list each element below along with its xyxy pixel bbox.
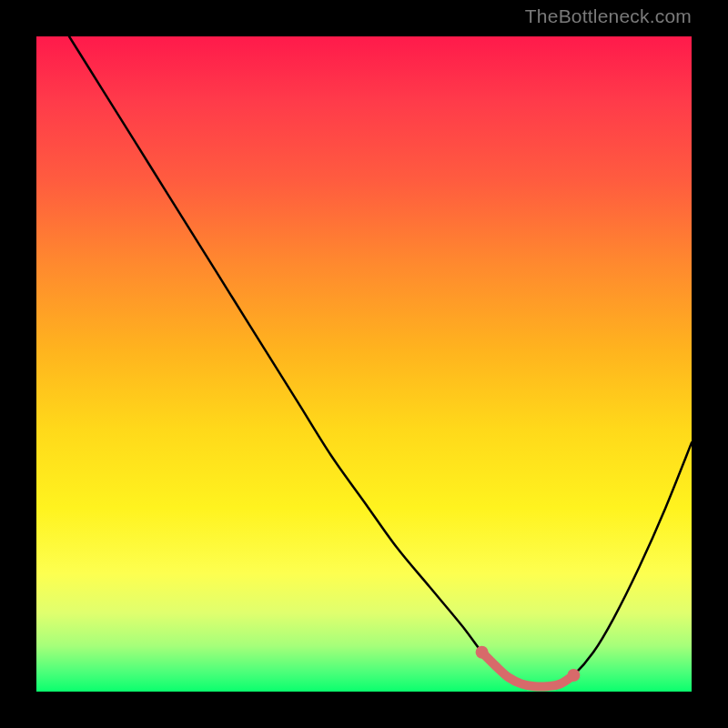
chart-frame: TheBottleneck.com — [0, 0, 728, 728]
optimal-range-start-dot — [476, 646, 489, 659]
plot-area — [36, 36, 692, 692]
optimal-range-highlight — [482, 652, 574, 687]
plot-svg — [36, 36, 692, 692]
bottleneck-curve-path — [69, 36, 692, 687]
optimal-range-end-dot — [567, 669, 580, 682]
watermark-text: TheBottleneck.com — [525, 5, 692, 27]
